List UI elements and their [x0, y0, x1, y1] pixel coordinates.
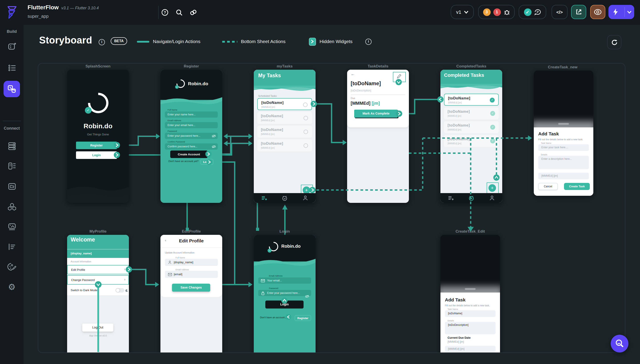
edit-pencil-icon[interactable] — [396, 74, 401, 79]
task-radio[interactable] — [303, 102, 308, 107]
error-count-badge[interactable]: 1 — [493, 8, 501, 16]
task-radio[interactable] — [304, 144, 308, 148]
refresh-storyboard-button[interactable] — [607, 35, 621, 49]
eye-off-icon[interactable] — [211, 134, 216, 138]
completed-tab-icon[interactable] — [469, 195, 475, 201]
login-register-link[interactable]: Register — [295, 315, 311, 321]
completed-tab-icon[interactable] — [282, 195, 288, 201]
run-button[interactable] — [608, 5, 634, 19]
completed-task-row[interactable]: [toDoName] [MMMEd] [jm] ✓ — [444, 108, 499, 120]
dark-mode-toggle[interactable] — [116, 288, 124, 292]
sidebar-item-files[interactable] — [4, 179, 20, 194]
login-button[interactable]: Login — [265, 300, 304, 308]
task-radio[interactable] — [304, 130, 308, 134]
task-row[interactable]: [toDoName] [MMMEd] [jm] — [257, 98, 312, 110]
completed-task-row[interactable]: [toDoName] [MMMEd] [jm] ✓ — [444, 121, 499, 133]
task-row[interactable]: [toDoName] [MMMEd] [jm] — [257, 140, 312, 151]
register-email-input[interactable]: Enter your email here... — [165, 122, 218, 128]
task-radio[interactable] — [304, 116, 308, 120]
screen-editprofile[interactable]: ‹ Edit Profile Update Account Informatio… — [160, 235, 222, 353]
splash-register-button[interactable]: Register — [76, 142, 117, 149]
save-changes-button[interactable]: Save Changes — [172, 284, 210, 292]
sheet-handle[interactable] — [465, 288, 476, 290]
warning-count-badge[interactable]: 3 — [483, 8, 490, 16]
login-password-input[interactable]: Enter your password here... — [258, 290, 311, 296]
due-date-input[interactable]: [MMMEd] [jm] — [445, 346, 496, 352]
task-complete-check-icon[interactable]: ✓ — [490, 98, 495, 102]
task-row[interactable]: [toDoName] [MMMEd] [jm] — [257, 112, 312, 124]
storyboard-canvas[interactable]: SplashScreen ✓ Robin.do Get Things Done … — [38, 63, 625, 353]
details-input[interactable]: Enter a description here... — [538, 156, 589, 169]
screen-createtask-new[interactable]: Add Task Fill out the details below to a… — [534, 70, 593, 196]
screen-myprofile[interactable]: Welcome [display_name] Account Informati… — [67, 235, 129, 353]
create-task-button[interactable]: Create Task — [564, 183, 590, 190]
branch-selector[interactable]: v1 — [451, 5, 474, 19]
mark-as-complete-button[interactable]: Mark As Complete — [354, 110, 398, 118]
dark-mode-row[interactable]: Switch to Dark Mode — [67, 286, 129, 295]
add-task-fab[interactable]: + — [303, 186, 310, 194]
completed-task-row[interactable]: [toDoName] [MMMEd] [jm] ✓ — [444, 135, 499, 147]
eye-off-icon[interactable] — [211, 145, 216, 148]
log-out-button[interactable]: Log Out — [82, 324, 113, 332]
sidebar-item-widget-tree[interactable] — [4, 39, 20, 54]
search-icon[interactable] — [175, 9, 183, 16]
hidden-widgets-info-icon[interactable]: i — [365, 38, 371, 45]
add-task-fab[interactable]: + — [488, 184, 496, 192]
cancel-button[interactable]: Cancel — [538, 183, 558, 190]
sidebar-item-storyboard[interactable] — [4, 81, 20, 97]
register-login-link[interactable]: Login — [200, 159, 213, 165]
screen-login[interactable]: ✓ Robin.do Email Address Your email... P… — [254, 235, 316, 353]
sidebar-item-settings[interactable]: ⚙ — [4, 279, 20, 294]
sidebar-item-backend[interactable] — [4, 138, 20, 154]
screen-register[interactable]: ✓ Robin.do Full Name Enter your name her… — [160, 70, 222, 203]
support-chat-fab[interactable] — [611, 335, 628, 352]
task-row[interactable]: [toDoName] [MMMEd] [jm] — [257, 126, 312, 138]
bug-icon[interactable] — [503, 9, 510, 15]
help-icon[interactable]: ? — [161, 9, 168, 16]
screen-taskdetails[interactable]: ← [toDoName] [toDoDescription] Due [MMME… — [347, 70, 409, 203]
register-create-account-button[interactable]: Create Account — [170, 150, 207, 158]
chat-icon[interactable] — [534, 9, 541, 15]
register-fullname-input[interactable]: Enter your name here... — [165, 112, 218, 118]
checks-passed-icon[interactable]: ✓ — [524, 8, 531, 16]
sidebar-item-page-selector[interactable] — [4, 60, 20, 76]
fullname-input[interactable]: [display_name] — [165, 259, 218, 266]
screen-createtask-edit[interactable]: Add Task Fill out the details below to a… — [441, 235, 500, 353]
screen-completedtasks[interactable]: Completed Tasks [toDoName] [MMMEd] [jm] … — [441, 70, 502, 203]
flutterflow-logo-icon[interactable] — [6, 6, 18, 19]
sidebar-item-theme[interactable] — [4, 259, 20, 274]
screen-splashscreen[interactable]: ✓ Robin.do Get Things Done Register Logi… — [67, 70, 129, 203]
task-complete-check-icon[interactable]: ✓ — [490, 138, 495, 144]
link-icon[interactable] — [190, 9, 197, 16]
tasks-tab-icon[interactable] — [448, 196, 454, 200]
sheet-handle[interactable] — [558, 123, 569, 125]
email-input[interactable]: [email] — [165, 271, 218, 278]
task-name-input[interactable]: [toDoName] — [445, 310, 496, 317]
completed-task-row[interactable]: [toDoName] [MMMEd] [jm] ✓ — [444, 94, 499, 106]
profile-tab-icon[interactable] — [489, 195, 495, 201]
export-project-button[interactable] — [571, 5, 586, 19]
splash-login-button[interactable]: Login — [76, 151, 117, 159]
register-password-input[interactable]: Enter your password here... — [165, 133, 218, 139]
sidebar-item-integrations[interactable] — [4, 199, 20, 214]
task-name-input[interactable]: Enter your task here.... — [538, 144, 589, 151]
sidebar-item-media-assets[interactable] — [4, 219, 20, 234]
storyboard-info-icon[interactable]: i — [99, 39, 105, 45]
register-confirm-input[interactable]: Confirm password here... — [165, 144, 218, 150]
run-options-chevron-icon[interactable] — [627, 10, 631, 14]
eye-off-icon[interactable] — [305, 292, 309, 300]
profile-tab-icon[interactable] — [303, 195, 308, 201]
task-complete-check-icon[interactable]: ✓ — [490, 111, 495, 116]
due-date-input[interactable]: [MMMEd] [jm] — [538, 173, 589, 179]
back-arrow-icon[interactable]: ← — [351, 72, 355, 76]
screen-mytasks[interactable]: My Tasks Scheduled Tasks [toDoName] [MMM… — [254, 70, 316, 203]
sidebar-item-data-types[interactable] — [4, 158, 20, 174]
task-complete-check-icon[interactable]: ✓ — [490, 125, 495, 130]
issues-panel-button[interactable]: 3 1 — [478, 5, 515, 19]
login-email-input[interactable]: Your email... — [258, 278, 311, 284]
change-password-row[interactable]: Change Password › — [67, 275, 129, 284]
edit-profile-row[interactable]: Edit Profile › — [67, 265, 129, 274]
review-chat-button[interactable]: ✓ — [519, 5, 546, 19]
tasks-tab-icon[interactable] — [261, 196, 267, 200]
sidebar-item-custom-functions[interactable] — [4, 239, 20, 254]
